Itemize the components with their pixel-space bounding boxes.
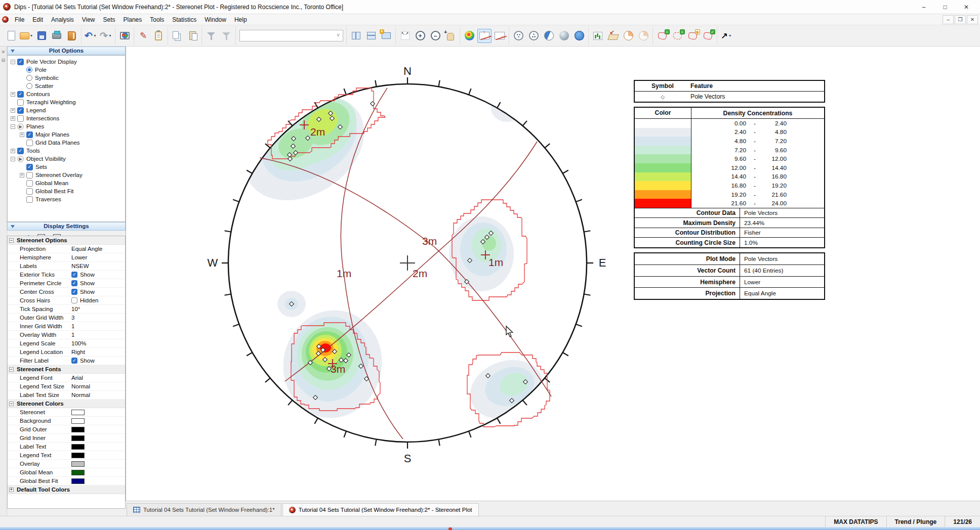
property-row-background[interactable]: Background bbox=[8, 417, 125, 425]
edit-planes-button[interactable] bbox=[493, 29, 507, 43]
property-value[interactable] bbox=[69, 410, 125, 415]
add-set-window-button[interactable]: + bbox=[655, 29, 669, 43]
checkbox[interactable] bbox=[26, 140, 33, 146]
intersection-plot-button[interactable] bbox=[526, 29, 541, 43]
undo-button[interactable]: ↶▼ bbox=[84, 29, 98, 43]
property-row-projection[interactable]: ProjectionEqual Angle bbox=[8, 245, 125, 253]
grid-section-stereonet-options[interactable]: −Stereonet Options bbox=[8, 236, 125, 245]
checkbox[interactable] bbox=[17, 99, 24, 106]
property-value[interactable] bbox=[69, 453, 125, 458]
property-value[interactable] bbox=[69, 461, 125, 467]
section-expander-icon[interactable]: + bbox=[9, 488, 14, 492]
color-swatch[interactable] bbox=[71, 418, 85, 424]
tree-item-symbolic[interactable]: Symbolic bbox=[10, 74, 125, 82]
tree-item-object-visibility[interactable]: −▶Object Visibility bbox=[10, 155, 125, 163]
section-expander-icon[interactable]: − bbox=[9, 402, 14, 406]
property-value[interactable]: Hidden bbox=[69, 297, 125, 303]
rosette-diagram-button[interactable] bbox=[621, 29, 635, 43]
filter-report-button[interactable] bbox=[219, 29, 233, 43]
clipboard-button[interactable] bbox=[151, 29, 166, 43]
mdi-restore-button[interactable]: ❐ bbox=[955, 15, 966, 24]
property-checkbox[interactable]: ✓ bbox=[71, 358, 77, 364]
checkbox[interactable]: ✓ bbox=[17, 107, 24, 114]
maximize-button[interactable]: □ bbox=[934, 1, 956, 14]
tree-item-intersections[interactable]: +Intersections bbox=[10, 114, 125, 122]
property-row-overlay-width[interactable]: Overlay Width1 bbox=[8, 331, 125, 339]
checkbox[interactable]: ✓ bbox=[17, 59, 24, 65]
display-settings-header[interactable]: Display Settings bbox=[7, 222, 126, 231]
property-row-grid-inner[interactable]: Grid Inner bbox=[8, 434, 125, 443]
tree-item-legend[interactable]: +✓Legend bbox=[10, 106, 125, 114]
property-row-grid-outer[interactable]: Grid Outer bbox=[8, 425, 125, 434]
property-checkbox[interactable]: ✓ bbox=[71, 289, 77, 295]
tree-item-pole-vector-display[interactable]: −✓Pole Vector Display bbox=[10, 58, 125, 66]
color-swatch[interactable] bbox=[71, 478, 85, 484]
property-value[interactable]: Normal bbox=[69, 383, 125, 389]
save-button[interactable] bbox=[34, 29, 49, 43]
dropdown-arrow-icon[interactable]: ▼ bbox=[30, 34, 33, 37]
color-swatch[interactable] bbox=[71, 444, 85, 450]
document-tab[interactable]: Tutorial 04 Sets Tutorial (Set Window Fr… bbox=[127, 503, 281, 516]
tree-item-contours[interactable]: +✓Contours bbox=[10, 90, 125, 98]
copy-button[interactable] bbox=[170, 29, 184, 43]
menu-sets[interactable]: Sets bbox=[99, 15, 119, 25]
paste-button[interactable] bbox=[185, 29, 199, 43]
checkbox[interactable] bbox=[26, 188, 33, 195]
pen-tool-button[interactable]: ✎ bbox=[136, 29, 150, 43]
contour-plot-button[interactable] bbox=[462, 29, 476, 43]
tree-expander-icon[interactable]: − bbox=[11, 157, 15, 161]
tree-expander-icon[interactable]: − bbox=[11, 60, 15, 64]
dropdown-arrow-icon[interactable]: ▼ bbox=[728, 34, 732, 37]
sphere-view-button[interactable] bbox=[557, 29, 571, 43]
tree-item-major-planes[interactable]: +✓Major Planes bbox=[10, 130, 125, 139]
tree-item-sets[interactable]: ✓Sets bbox=[10, 163, 125, 171]
property-row-label-text-size[interactable]: Label Text SizeNormal bbox=[8, 391, 125, 400]
report-generator-button[interactable] bbox=[65, 29, 79, 43]
rosette-plot-button[interactable] bbox=[542, 29, 556, 43]
property-checkbox[interactable]: ✓ bbox=[71, 272, 77, 278]
menu-analysis[interactable]: Analysis bbox=[47, 15, 78, 25]
symbol-filter-combo[interactable] bbox=[238, 29, 344, 43]
tree-expander-icon[interactable]: + bbox=[11, 92, 15, 97]
zoom-extents-button[interactable] bbox=[398, 29, 412, 43]
open-file-button[interactable]: ▼ bbox=[19, 29, 33, 43]
menu-window[interactable]: Window bbox=[200, 15, 230, 25]
grid-section-stereonet-fonts[interactable]: −Stereonet Fonts bbox=[8, 365, 125, 374]
property-row-tick-spacing[interactable]: Tick Spacing10° bbox=[8, 305, 125, 314]
property-row-label-text[interactable]: Label Text bbox=[8, 443, 125, 451]
checkbox[interactable] bbox=[17, 115, 24, 122]
property-value[interactable]: 100% bbox=[69, 340, 125, 346]
tile-horizontal-button[interactable] bbox=[364, 29, 378, 43]
stereonet-view[interactable]: 2m3m2m1m1m3mNESW Symbol Feature ◇ Pole V… bbox=[126, 47, 980, 501]
stereonet-plot[interactable]: 2m3m2m1m1m3mNESW bbox=[126, 47, 980, 501]
tree-expander-icon[interactable]: + bbox=[20, 173, 24, 178]
property-value[interactable]: 10° bbox=[69, 306, 125, 312]
tree-item-global-best-fit[interactable]: Global Best Fit bbox=[10, 187, 125, 195]
property-row-legend-text-size[interactable]: Legend Text SizeNormal bbox=[8, 382, 125, 391]
property-row-cross-hairs[interactable]: Cross HairsHidden bbox=[8, 296, 125, 305]
property-value[interactable] bbox=[69, 418, 125, 424]
checkbox[interactable]: ✓ bbox=[17, 148, 24, 154]
property-value[interactable] bbox=[69, 435, 125, 441]
dropdown-arrow-icon[interactable]: ▼ bbox=[93, 34, 97, 37]
globe-view-button[interactable] bbox=[572, 29, 586, 43]
add-set-freehand-button[interactable]: + bbox=[670, 29, 684, 43]
checkbox[interactable] bbox=[26, 172, 33, 179]
tree-item-traverses[interactable]: Traverses bbox=[10, 195, 125, 203]
color-swatch[interactable] bbox=[71, 435, 85, 441]
property-checkbox[interactable]: ✓ bbox=[71, 280, 77, 286]
property-value[interactable]: Right bbox=[69, 349, 125, 355]
tree-item-planes[interactable]: −▶Planes bbox=[10, 122, 125, 130]
print-button[interactable] bbox=[50, 29, 64, 43]
property-value[interactable] bbox=[69, 444, 125, 450]
menu-tools[interactable]: Tools bbox=[146, 15, 168, 25]
plot-options-header[interactable]: Plot Options bbox=[7, 47, 126, 55]
new-file-button[interactable] bbox=[4, 29, 18, 43]
chart-view-button[interactable] bbox=[591, 29, 605, 43]
tree-expander-icon[interactable]: + bbox=[11, 149, 15, 153]
property-row-filter-label[interactable]: Filter Label✓Show bbox=[8, 357, 125, 365]
tree-item-grid-data-planes[interactable]: Grid Data Planes bbox=[10, 139, 125, 147]
property-value[interactable]: ✓Show bbox=[69, 289, 125, 295]
property-row-stereonet[interactable]: Stereonet bbox=[8, 408, 125, 417]
grid-section-stereonet-colors[interactable]: −Stereonet Colors bbox=[8, 400, 125, 408]
